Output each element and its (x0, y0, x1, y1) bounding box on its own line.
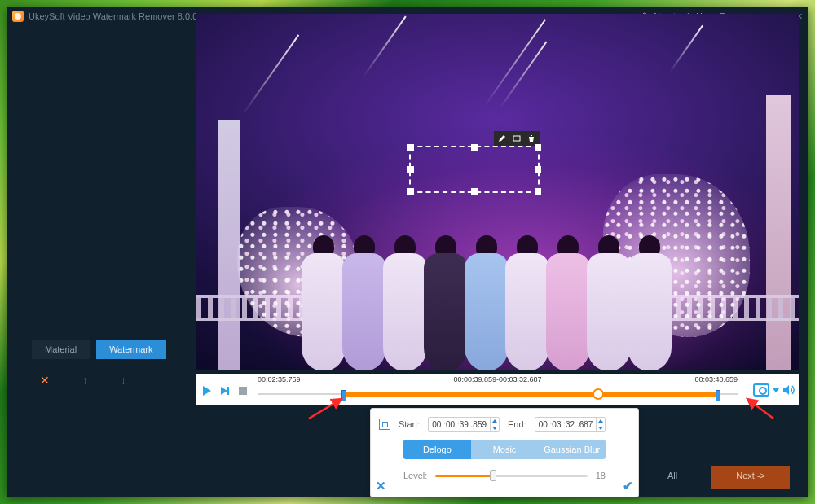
volume-button[interactable] (782, 384, 795, 396)
time-range: 00:00:39.859-00:03:32.687 (453, 375, 541, 383)
svg-rect-0 (513, 136, 520, 141)
watermark-selection-box[interactable] (409, 146, 540, 193)
method-gaussian-blur[interactable]: Gaussian Blur (538, 440, 606, 459)
app-window: UkeySoft Video Watermark Remover 8.0.0 A… (7, 7, 808, 497)
app-logo-icon (12, 11, 24, 22)
convert-all-button[interactable]: All (643, 466, 702, 489)
stop-button[interactable] (236, 383, 250, 398)
start-spin-up[interactable] (490, 417, 499, 424)
start-label: Start: (399, 419, 420, 429)
playback-panel: 00:02:35.759 00:00:39.859-00:03:32.687 0… (196, 374, 799, 405)
edit-selection-icon[interactable] (496, 133, 509, 144)
effect-method-group: Delogo Mosic Gaussian Blur (403, 440, 606, 459)
resize-handle-s[interactable] (471, 188, 478, 195)
time-current: 00:02:35.759 (258, 375, 301, 383)
play-button[interactable] (200, 383, 214, 398)
resize-handle-e[interactable] (535, 166, 541, 173)
start-spin-down[interactable] (490, 424, 499, 432)
tab-material[interactable]: Material (32, 340, 90, 359)
resize-handle-sw[interactable] (408, 188, 414, 195)
resize-handle-se[interactable] (535, 188, 541, 195)
tab-watermark[interactable]: Watermark (96, 340, 165, 359)
resize-handle-ne[interactable] (535, 144, 541, 151)
seek-selected-range (344, 392, 718, 397)
method-mosaic[interactable]: Mosic (471, 440, 539, 459)
region-type-icon[interactable] (510, 133, 523, 144)
resize-handle-w[interactable] (408, 166, 414, 173)
playback-controls (200, 383, 250, 398)
playhead-thumb[interactable] (593, 388, 604, 400)
method-delogo[interactable]: Delogo (403, 440, 471, 459)
video-preview[interactable] (196, 14, 799, 370)
end-time-input[interactable]: 00 :03 :32 .687 (535, 417, 606, 432)
resize-handle-n[interactable] (471, 144, 478, 151)
end-spin-up[interactable] (596, 417, 605, 424)
move-up-icon[interactable]: ↑ (82, 374, 88, 387)
next-button[interactable]: Next -> (711, 466, 790, 489)
fit-region-button[interactable] (379, 419, 390, 430)
resize-handle-nw[interactable] (408, 144, 414, 151)
annotation-arrow-right (741, 396, 782, 423)
move-down-icon[interactable]: ↓ (121, 374, 126, 387)
watermark-row-actions: ✕ ↑ ↓ (40, 374, 126, 387)
bottom-bar: All Next -> (25, 466, 790, 489)
time-labels: 00:02:35.759 00:00:39.859-00:03:32.687 0… (258, 375, 738, 385)
annotation-arrow-left (305, 396, 354, 423)
left-tabs: Material Watermark (32, 340, 166, 359)
end-label: End: (508, 419, 526, 429)
time-total: 00:03:40.659 (694, 375, 738, 383)
delete-row-icon[interactable]: ✕ (40, 374, 50, 387)
step-button[interactable] (218, 383, 232, 398)
snapshot-dropdown-icon[interactable] (773, 388, 779, 392)
selection-toolbar (494, 131, 540, 146)
app-title: UkeySoft Video Watermark Remover 8.0.0 (29, 11, 197, 21)
delete-selection-icon[interactable] (525, 133, 538, 144)
snapshot-button[interactable] (753, 383, 769, 397)
start-time-value: 00 :00 :39 .859 (429, 420, 490, 429)
end-time-value: 00 :03 :32 .687 (535, 420, 597, 429)
range-handle-end[interactable] (716, 390, 720, 401)
end-spin-down[interactable] (596, 424, 605, 432)
start-time-input[interactable]: 00 :00 :39 .859 (428, 417, 500, 432)
